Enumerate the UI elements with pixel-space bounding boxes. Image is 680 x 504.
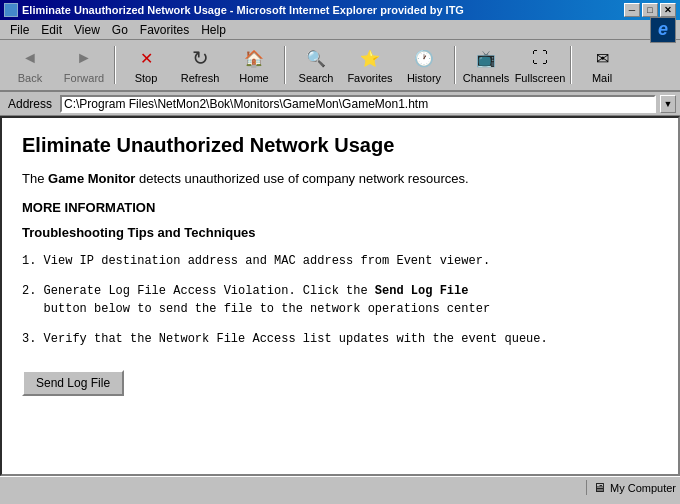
menu-help[interactable]: Help xyxy=(195,21,232,39)
home-icon xyxy=(242,46,266,70)
status-zone: 🖥 My Computer xyxy=(586,480,676,495)
title-bar: Eliminate Unauthorized Network Usage - M… xyxy=(0,0,680,20)
close-button[interactable]: ✕ xyxy=(660,3,676,17)
address-bar: Address ▼ xyxy=(0,92,680,116)
toolbar-separator-1 xyxy=(114,46,116,84)
step-1-text: 1. View IP destination address and MAC a… xyxy=(22,254,490,268)
stop-button[interactable]: Stop xyxy=(120,42,172,88)
app-icon xyxy=(4,3,18,17)
toolbar-separator-2 xyxy=(284,46,286,84)
menu-bar: File Edit View Go Favorites Help e xyxy=(0,20,680,40)
step-3: 3. Verify that the Network File Access l… xyxy=(22,330,658,348)
menu-favorites[interactable]: Favorites xyxy=(134,21,195,39)
channels-button[interactable]: Channels xyxy=(460,42,512,88)
intro-paragraph: The Game Monitor detects unauthorized us… xyxy=(22,171,658,186)
favorites-button[interactable]: Favorites xyxy=(344,42,396,88)
menu-file[interactable]: File xyxy=(4,21,35,39)
minimize-button[interactable]: ─ xyxy=(624,3,640,17)
computer-icon: 🖥 xyxy=(593,480,606,495)
mail-button[interactable]: Mail xyxy=(576,42,628,88)
history-icon xyxy=(412,46,436,70)
search-button[interactable]: Search xyxy=(290,42,342,88)
window-controls: ─ □ ✕ xyxy=(624,3,676,17)
intro-text-before: The xyxy=(22,171,48,186)
mail-icon xyxy=(590,46,614,70)
toolbar: Back Forward Stop Refresh Home Search Fa… xyxy=(0,40,680,92)
status-zone-label: My Computer xyxy=(610,482,676,494)
intro-text-after: detects unauthorized use of company netw… xyxy=(135,171,468,186)
address-input[interactable] xyxy=(60,95,656,113)
toolbar-separator-3 xyxy=(454,46,456,84)
step-1: 1. View IP destination address and MAC a… xyxy=(22,252,658,270)
step-3-text: 3. Verify that the Network File Access l… xyxy=(22,332,548,346)
more-info-heading: MORE INFORMATION xyxy=(22,200,658,215)
back-icon xyxy=(18,46,42,70)
step-2-prefix: 2. Generate Log File Access Violation. C… xyxy=(22,284,375,298)
steps-list: 1. View IP destination address and MAC a… xyxy=(22,252,658,348)
search-icon xyxy=(304,46,328,70)
troubleshoot-heading: Troubleshooting Tips and Techniques xyxy=(22,225,658,240)
page-title: Eliminate Unauthorized Network Usage xyxy=(22,134,658,157)
back-button[interactable]: Back xyxy=(4,42,56,88)
content-area: Eliminate Unauthorized Network Usage The… xyxy=(0,116,680,476)
home-button[interactable]: Home xyxy=(228,42,280,88)
forward-icon xyxy=(72,46,96,70)
menu-edit[interactable]: Edit xyxy=(35,21,68,39)
stop-icon xyxy=(134,46,158,70)
toolbar-separator-4 xyxy=(570,46,572,84)
step-2: 2. Generate Log File Access Violation. C… xyxy=(22,282,658,318)
refresh-icon xyxy=(188,46,212,70)
fullscreen-button[interactable]: Fullscreen xyxy=(514,42,566,88)
address-label: Address xyxy=(4,97,56,111)
channels-icon xyxy=(474,46,498,70)
favorites-icon xyxy=(358,46,382,70)
fullscreen-icon xyxy=(528,46,552,70)
maximize-button[interactable]: □ xyxy=(642,3,658,17)
menu-view[interactable]: View xyxy=(68,21,106,39)
menu-go[interactable]: Go xyxy=(106,21,134,39)
window-title: Eliminate Unauthorized Network Usage - M… xyxy=(22,4,464,16)
send-log-file-button[interactable]: Send Log File xyxy=(22,370,124,396)
history-button[interactable]: History xyxy=(398,42,450,88)
game-monitor-highlight: Game Monitor xyxy=(48,171,135,186)
refresh-button[interactable]: Refresh xyxy=(174,42,226,88)
status-bar: 🖥 My Computer xyxy=(0,476,680,498)
step-2-bold: Send Log File xyxy=(375,284,469,298)
ie-logo: e xyxy=(650,17,676,43)
address-dropdown-button[interactable]: ▼ xyxy=(660,95,676,113)
forward-button[interactable]: Forward xyxy=(58,42,110,88)
